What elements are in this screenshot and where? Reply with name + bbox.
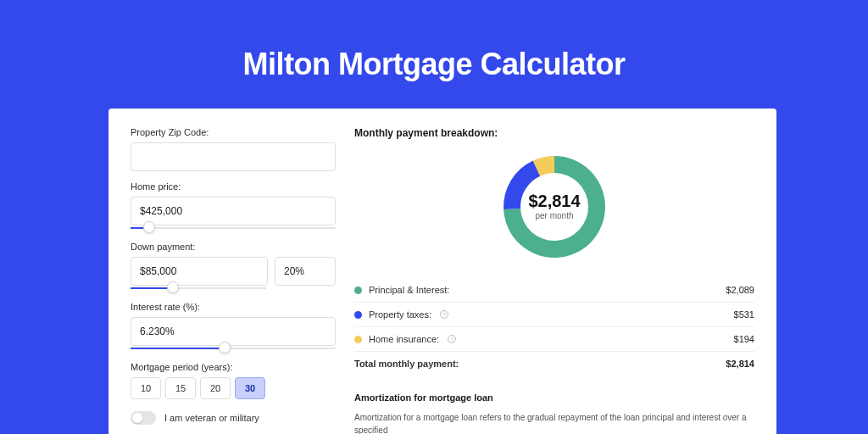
legend-value: $531 <box>734 309 754 320</box>
slider-handle-icon[interactable] <box>167 281 179 293</box>
legend-label: Property taxes: <box>369 309 431 320</box>
legend-row: Principal & Interest:$2,089 <box>354 278 754 303</box>
legend-label: Home insurance: <box>369 334 439 344</box>
down-payment-field: Down payment: <box>131 242 336 292</box>
breakdown-title: Monthly payment breakdown: <box>354 127 754 139</box>
interest-rate-label: Interest rate (%): <box>131 302 336 312</box>
legend-row: Property taxes:?$531 <box>354 303 754 327</box>
legend-value: $2,089 <box>726 285 754 295</box>
total-row: Total monthly payment: $2,814 <box>354 352 754 376</box>
amortization-title: Amortization for mortgage loan <box>354 392 754 403</box>
donut-chart: $2,814 per month <box>354 147 754 266</box>
legend-dot-icon <box>354 336 362 343</box>
home-price-slider[interactable] <box>131 225 336 231</box>
zip-input[interactable] <box>131 142 336 171</box>
total-label: Total monthly payment: <box>354 359 459 369</box>
period-option-15[interactable]: 15 <box>165 377 196 399</box>
zip-field: Property Zip Code: <box>131 127 336 171</box>
donut-center-value: $2,814 <box>528 192 581 210</box>
total-value: $2,814 <box>726 359 754 369</box>
donut-center-sub: per month <box>535 211 573 220</box>
legend-value: $194 <box>734 334 754 344</box>
mortgage-period-field: Mortgage period (years): 10152030 <box>131 362 336 399</box>
breakdown-column: Monthly payment breakdown: $2,814 per mo… <box>354 127 754 434</box>
amortization-section: Amortization for mortgage loan Amortizat… <box>354 392 754 434</box>
veteran-label: I am veteran or military <box>164 413 259 423</box>
interest-rate-input[interactable] <box>131 317 336 346</box>
home-price-input[interactable] <box>131 197 336 225</box>
legend-row: Home insurance:?$194 <box>354 327 754 352</box>
down-payment-amount-input[interactable] <box>131 257 268 286</box>
down-payment-percent-input[interactable] <box>275 257 336 286</box>
slider-handle-icon[interactable] <box>219 342 231 353</box>
mortgage-period-label: Mortgage period (years): <box>131 362 336 372</box>
home-price-label: Home price: <box>131 181 336 192</box>
period-option-10[interactable]: 10 <box>131 377 161 399</box>
donut-svg: $2,814 per month <box>482 147 626 266</box>
home-price-field: Home price: <box>131 181 336 231</box>
legend-dot-icon <box>354 311 362 319</box>
info-icon[interactable]: ? <box>448 335 456 343</box>
period-option-30[interactable]: 30 <box>235 377 265 399</box>
interest-rate-field: Interest rate (%): <box>131 302 336 352</box>
interest-rate-slider[interactable] <box>131 345 336 352</box>
slider-handle-icon[interactable] <box>143 221 155 233</box>
amortization-text: Amortization for a mortgage loan refers … <box>354 411 754 434</box>
veteran-row: I am veteran or military <box>131 411 336 425</box>
calculator-card: Property Zip Code: Home price: Down paym… <box>108 108 776 434</box>
zip-label: Property Zip Code: <box>131 127 336 137</box>
form-column: Property Zip Code: Home price: Down paym… <box>131 127 336 434</box>
legend: Principal & Interest:$2,089Property taxe… <box>354 278 754 352</box>
down-payment-slider[interactable] <box>131 285 266 292</box>
page-background: Milton Mortgage Calculator Property Zip … <box>0 0 868 434</box>
period-option-20[interactable]: 20 <box>200 377 231 399</box>
legend-label: Principal & Interest: <box>369 285 449 295</box>
page-title: Milton Mortgage Calculator <box>0 0 868 82</box>
veteran-toggle[interactable] <box>131 411 156 425</box>
down-payment-label: Down payment: <box>131 242 336 252</box>
info-icon[interactable]: ? <box>440 310 448 319</box>
legend-dot-icon <box>354 287 362 294</box>
